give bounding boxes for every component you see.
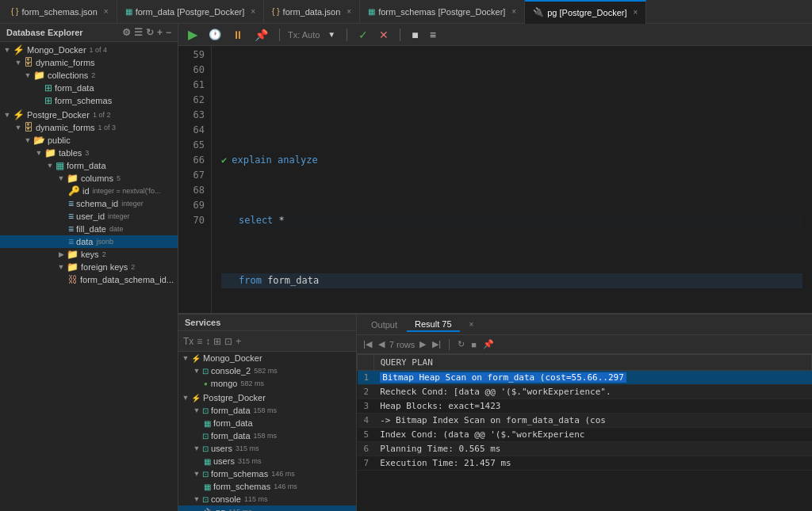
service-mongo[interactable]: ● mongo 582 ms <box>178 377 356 390</box>
list-icon[interactable]: ≡ <box>197 336 202 347</box>
filter-icon[interactable]: ⊡ <box>224 336 232 347</box>
sidebar-item-collections[interactable]: ▼ 📁 collections 2 <box>0 69 178 82</box>
rollback-button[interactable]: ✕ <box>376 27 392 43</box>
sidebar-item-foreign-keys[interactable]: ▼ 📁 foreign keys 2 <box>0 261 178 273</box>
service-postgre-server[interactable]: ▼ ⚡ Postgre_Docker <box>178 391 356 404</box>
sidebar-item-col-data[interactable]: ≡ data jsonb <box>0 235 178 248</box>
code-editor[interactable]: 59 60 61 62 63 64 65 66 67 68 69 70 <box>178 46 812 313</box>
next-page-button[interactable]: ▶ <box>418 339 427 349</box>
last-page-button[interactable]: ▶| <box>431 339 442 349</box>
table-row[interactable]: 5 Index Cond: (data @@ '($."workExperien… <box>358 428 812 442</box>
run-button[interactable]: ▶ <box>185 25 201 44</box>
tables-folder-icon: 📁 <box>44 147 56 158</box>
sidebar-item-form-data-table[interactable]: ▼ ▦ form_data <box>0 159 178 172</box>
table-row[interactable]: 2 Recheck Cond: [data @@ '($."workExperi… <box>358 385 812 399</box>
add-icon[interactable]: + <box>157 27 163 38</box>
keys-folder-icon: 📁 <box>67 249 79 260</box>
close-icon[interactable]: × <box>347 7 351 16</box>
sidebar-item-tables[interactable]: ▼ 📁 tables 3 <box>0 147 178 159</box>
service-form-data-1[interactable]: ▼ ⊡ form_data 158 ms <box>178 404 356 417</box>
sidebar-item-col-fill-date[interactable]: ≡ fill_date date <box>0 223 178 235</box>
stop-button[interactable]: ■ <box>408 27 421 43</box>
code-content[interactable]: ✔ explain analyze select * from <box>212 46 812 313</box>
service-console-time: 115 ms <box>244 495 268 503</box>
close-result-tab[interactable]: × <box>462 318 482 330</box>
format-button[interactable]: ≡ <box>427 27 439 43</box>
service-users-child-label: users <box>213 456 235 466</box>
sidebar-item-mongo-server[interactable]: ▼ ⚡ Mongo_Docker 1 of 4 <box>0 44 178 56</box>
sidebar-item-col-schema-id[interactable]: ≡ schema_id integer <box>0 197 178 210</box>
service-form-data-1-label: form_data <box>211 406 251 415</box>
sidebar-item-postgre-server[interactable]: ▼ ⚡ Postgre_Docker 1 of 2 <box>0 109 178 121</box>
kw-analyze: analyze <box>278 153 318 168</box>
table-row[interactable]: 4 -> Bitmap Index Scan on form_data_data… <box>358 414 812 428</box>
service-form-schemas[interactable]: ▼ ⊡ form_schemas 146 ms <box>178 467 356 480</box>
sidebar-content: ▼ ⚡ Mongo_Docker 1 of 4 ▼ 🗄 dynamic_form… <box>0 42 178 511</box>
table-row[interactable]: 6 Planning Time: 0.565 ms <box>358 442 812 456</box>
pause-button[interactable]: ⏸ <box>229 27 247 43</box>
console-icon: ⊡ <box>202 367 209 376</box>
close-icon[interactable]: × <box>633 8 638 17</box>
mongo-db-label: dynamic_forms <box>36 58 95 67</box>
refresh-button[interactable]: ↻ <box>456 339 466 349</box>
result-panel: Output Result 75 × |◀ ◀ 7 rows ▶ ▶| ↻ ■ <box>357 315 812 511</box>
close-icon[interactable]: × <box>251 7 255 16</box>
tab-result[interactable]: Result 75 <box>407 318 459 332</box>
tab-label: form_data [Postgre_Docker] <box>136 7 245 17</box>
refresh-icon[interactable]: ↻ <box>146 27 154 38</box>
close-icon[interactable]: × <box>104 7 109 16</box>
service-pg[interactable]: 🔌 pg 115 ms <box>178 505 356 511</box>
sort-icon[interactable]: ↕ <box>205 336 210 347</box>
tab-pg-active[interactable]: 🔌 pg [Postgre_Docker] × <box>525 0 646 24</box>
service-console2[interactable]: ▼ ⊡ console_2 582 ms <box>178 364 356 377</box>
sidebar-item-form-data-mongo[interactable]: ⊞ form_data <box>0 82 178 94</box>
sidebar-item-form-schemas-mongo[interactable]: ⊞ form_schemas <box>0 94 178 107</box>
sidebar-item-keys[interactable]: ▶ 📁 keys 2 <box>0 248 178 261</box>
prev-page-button[interactable]: ◀ <box>377 339 386 349</box>
service-form-schemas-child[interactable]: ▦ form_schemas 146 ms <box>178 480 356 493</box>
tx-icon[interactable]: Tx <box>183 336 193 347</box>
service-form-schemas-time: 146 ms <box>271 470 295 478</box>
commit-button[interactable]: ✓ <box>355 27 371 43</box>
toolbar-dropdown-arrow[interactable]: ▼ <box>324 29 339 40</box>
stop-result-button[interactable]: ■ <box>469 340 478 349</box>
tab-form-data-pg[interactable]: ▦ form_data [Postgre_Docker] × <box>117 0 264 24</box>
service-mongo-server[interactable]: ▼ ⚡ Mongo_Docker <box>178 352 356 364</box>
grid-icon[interactable]: ⊞ <box>213 336 221 347</box>
add-service-button[interactable]: + <box>236 336 241 347</box>
tab-form-schemas-json[interactable]: { } form_schemas.json × <box>3 0 117 24</box>
foreign-keys-badge: 2 <box>131 263 135 271</box>
service-form-data-2[interactable]: ⊡ form_data 158 ms <box>178 429 356 442</box>
sidebar-item-fk-form-data-schema[interactable]: ⛓ form_data_schema_id... <box>0 273 178 286</box>
table-row[interactable]: 1 Bitmap Heap Scan on form_data (cost=55… <box>358 371 812 385</box>
service-users-child[interactable]: ▦ users 315 ms <box>178 455 356 467</box>
first-page-button[interactable]: |◀ <box>362 339 373 349</box>
sidebar-item-public[interactable]: ▼ 📂 public <box>0 134 178 147</box>
sidebar-item-mongo-dynamic-forms[interactable]: ▼ 🗄 dynamic_forms <box>0 56 178 69</box>
sidebar-item-col-user-id[interactable]: ≡ user_id integer <box>0 210 178 223</box>
table-icon: ▦ <box>56 160 64 171</box>
sidebar-item-columns[interactable]: ▼ 📁 columns 5 <box>0 172 178 185</box>
tab-output[interactable]: Output <box>363 318 405 331</box>
column-icon: ≡ <box>68 223 74 235</box>
service-users[interactable]: ▼ ⊡ users 315 ms <box>178 442 356 455</box>
table-row[interactable]: 7 Execution Time: 21.457 ms <box>358 456 812 471</box>
table-row[interactable]: 3 Heap Blocks: exact=1423 <box>358 399 812 414</box>
minus-icon[interactable]: − <box>166 27 171 38</box>
tab-form-schemas-pg[interactable]: ▦ form_schemas [Postgre_Docker] × <box>360 0 525 24</box>
postgre-db-label: dynamic_forms <box>36 123 95 132</box>
settings-icon[interactable]: ⚙ <box>122 27 131 38</box>
tab-form-data-json[interactable]: { } form_data.json × <box>264 0 360 24</box>
sidebar-item-postgre-dynamic-forms[interactable]: ▼ 🗄 dynamic_forms 1 of 3 <box>0 121 178 134</box>
result-table-container[interactable]: QUERY PLAN 1 Bitmap Heap Scan on form_da… <box>357 354 812 511</box>
fk-icon: ⛓ <box>68 274 78 285</box>
list-icon[interactable]: ☰ <box>134 27 143 38</box>
service-form-data-child[interactable]: ▦ form_data <box>178 417 356 429</box>
sidebar-item-col-id[interactable]: 🔑 id integer = nextval('fo... <box>0 185 178 197</box>
server-icon: ⚡ <box>13 44 25 55</box>
close-icon[interactable]: × <box>511 7 516 16</box>
editor-area: ▶ 🕐 ⏸ 📌 Tx: Auto ▼ ✓ ✕ ■ ≡ 59 60 61 <box>178 24 812 313</box>
export-button[interactable]: 📌 <box>481 339 496 349</box>
service-form-data-child-label: form_data <box>213 418 253 428</box>
service-console[interactable]: ▼ ⊡ console 115 ms <box>178 493 356 505</box>
